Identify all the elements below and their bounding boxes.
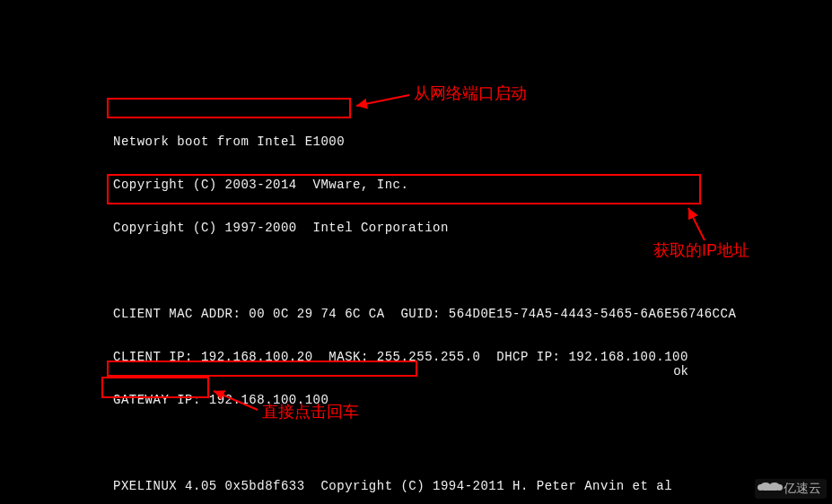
console-line: Copyright (C) 1997-2000 Intel Corporatio… (113, 221, 736, 235)
watermark: 亿速云 (755, 479, 827, 499)
load-status-ok: ok (673, 364, 688, 378)
cloud-icon (760, 482, 780, 495)
console-line (113, 436, 736, 450)
console-line: CLIENT IP: 192.168.100.20 MASK: 255.255.… (113, 350, 736, 364)
console-line (113, 264, 736, 278)
console-line: CLIENT MAC ADDR: 00 0C 29 74 6C CA GUID:… (113, 307, 736, 321)
watermark-text: 亿速云 (784, 481, 821, 497)
svg-line-0 (356, 95, 409, 106)
console-output: Network boot from Intel E1000 Copyright … (113, 106, 736, 504)
annotation-network-boot: 从网络端口启动 (414, 83, 527, 104)
console-line: Network boot from Intel E1000 (113, 135, 736, 149)
console-line: Copyright (C) 2003-2014 VMware, Inc. (113, 178, 736, 192)
console-line: PXELINUX 4.05 0x5bd8f633 Copyright (C) 1… (113, 479, 736, 493)
console-line: GATEWAY IP: 192.168.100.100 (113, 393, 736, 407)
